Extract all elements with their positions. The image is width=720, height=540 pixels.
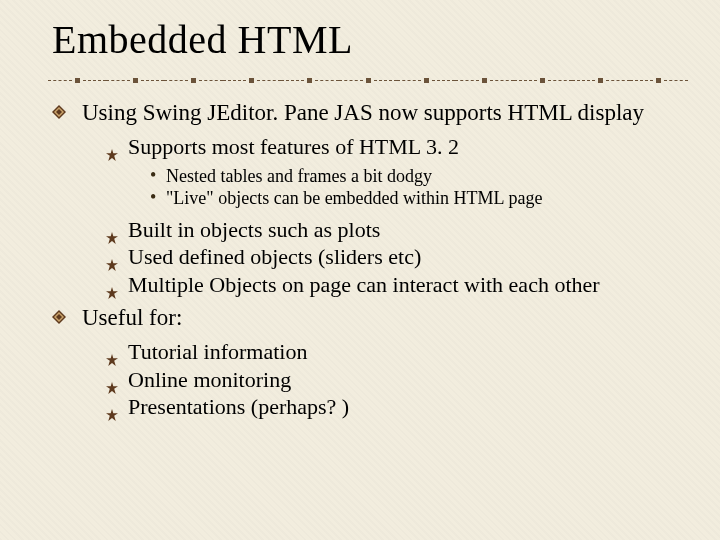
- star-bullet-icon: [106, 278, 118, 290]
- star-bullet-icon: [106, 345, 118, 357]
- diamond-bullet-icon: [52, 310, 66, 324]
- list-item-text: Supports most features of HTML 3. 2: [128, 134, 459, 159]
- list-item-text: Presentations (perhaps? ): [128, 394, 349, 419]
- list-item: Nested tables and frames a bit dodgy: [148, 165, 692, 188]
- list-item: Presentations (perhaps? ): [106, 393, 692, 421]
- star-bullet-icon: [106, 250, 118, 262]
- star-bullet-icon: [106, 140, 118, 152]
- list-item: Useful for: Tutorial information Online …: [52, 304, 692, 421]
- star-bullet-icon: [106, 223, 118, 235]
- list-item-text: Tutorial information: [128, 339, 307, 364]
- diamond-bullet-icon: [52, 105, 66, 119]
- svg-marker-5: [106, 259, 118, 271]
- list-item: Online monitoring: [106, 366, 692, 394]
- svg-marker-11: [106, 382, 118, 394]
- list-item: Used defined objects (sliders etc): [106, 243, 692, 271]
- list-item: Supports most features of HTML 3. 2 Nest…: [106, 133, 692, 210]
- svg-marker-4: [106, 232, 118, 244]
- slide-body: Using Swing JEditor. Pane JAS now suppor…: [52, 99, 692, 421]
- list-item: Built in objects such as plots: [106, 216, 692, 244]
- slide-title: Embedded HTML: [52, 16, 692, 63]
- svg-marker-6: [106, 287, 118, 299]
- list-item-text: "Live" objects can be embedded within HT…: [166, 188, 542, 208]
- list-item-text: Useful for:: [82, 305, 182, 330]
- list-item-text: Online monitoring: [128, 367, 291, 392]
- svg-marker-3: [106, 149, 118, 161]
- svg-marker-10: [106, 354, 118, 366]
- list-item-text: Using Swing JEditor. Pane JAS now suppor…: [82, 100, 644, 125]
- star-bullet-icon: [106, 373, 118, 385]
- list-item: Multiple Objects on page can interact wi…: [106, 271, 692, 299]
- list-item: Tutorial information: [106, 338, 692, 366]
- list-item-text: Built in objects such as plots: [128, 217, 380, 242]
- list-item: Using Swing JEditor. Pane JAS now suppor…: [52, 99, 692, 298]
- slide: Embedded HTML Using Swing JEditor. Pane …: [0, 0, 720, 540]
- star-bullet-icon: [106, 400, 118, 412]
- list-item-text: Nested tables and frames a bit dodgy: [166, 166, 432, 186]
- list-item: "Live" objects can be embedded within HT…: [148, 187, 692, 210]
- title-divider: [48, 75, 688, 85]
- svg-marker-12: [106, 409, 118, 421]
- list-item-text: Multiple Objects on page can interact wi…: [128, 272, 600, 297]
- list-item-text: Used defined objects (sliders etc): [128, 244, 421, 269]
